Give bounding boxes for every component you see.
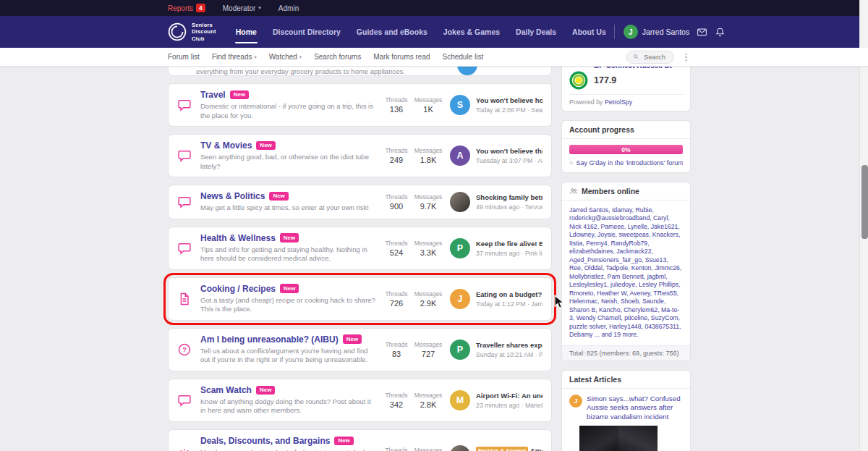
threads-count: 900	[382, 202, 411, 211]
latest-poster-avatar[interactable]: M	[450, 390, 470, 410]
article-thumbnails[interactable]	[579, 426, 683, 451]
forum-description: everything from your everyday grocery pr…	[196, 67, 405, 75]
forum-card-deals-bargains[interactable]: Deals, Discounts, and Bargains New Membe…	[168, 429, 552, 451]
page-scrollbar[interactable]	[859, 0, 868, 451]
messages-count: 3.3K	[414, 248, 443, 257]
widget-title: Latest Articles	[562, 371, 690, 389]
chat-bubble-icon	[177, 195, 192, 209]
forum-card-cooking-recipes[interactable]: Cooking / Recipes New Got a tasty (and c…	[168, 277, 552, 321]
toolbar-forum-list[interactable]: Forum list	[168, 53, 200, 61]
latest-thread-title[interactable]: &me ...	[530, 447, 542, 451]
alerts-bell-icon[interactable]	[715, 27, 726, 38]
threads-label: Threads	[382, 447, 411, 451]
user-menu[interactable]: J Jarred Santos	[624, 25, 689, 39]
forum-card-health-wellness[interactable]: Health & Wellness New Tips and info for …	[168, 227, 552, 270]
forum-title[interactable]: Scam Watch	[200, 385, 252, 395]
latest-thread-title[interactable]: You won't believe this ...	[476, 147, 542, 155]
document-icon	[177, 292, 192, 306]
toolbar-watched[interactable]: Watched▾	[269, 53, 302, 61]
brand-name: Seniors Discount Club	[192, 22, 216, 42]
latest-thread-title[interactable]: Airport Wi-Fi: An unex...	[476, 392, 542, 400]
article-thumbnail-1[interactable]	[579, 426, 618, 451]
nav-daily-deals[interactable]: Daily Deals	[508, 16, 564, 48]
forum-title[interactable]: Cooking / Recipes	[200, 284, 276, 294]
messages-count: 1K	[414, 105, 443, 114]
messages-label: Messages	[414, 147, 443, 154]
forum-card-tv-movies[interactable]: TV & Movies New Seen anything good, bad,…	[168, 134, 552, 177]
messages-envelope-icon[interactable]	[697, 27, 707, 38]
moderator-menu[interactable]: Moderator ▾	[223, 4, 261, 12]
sidebar: BP Connect Russell St 177.9 Powered by P…	[561, 67, 691, 451]
forum-card-travel[interactable]: Travel New Domestic or international - i…	[168, 83, 552, 127]
forum-title[interactable]: Deals, Discounts, and Bargains	[200, 436, 330, 446]
toolbar-find-threads[interactable]: Find threads▾	[212, 53, 257, 61]
messages-count: 2.8K	[414, 400, 443, 409]
latest-poster-avatar-photo[interactable]	[450, 445, 470, 451]
latest-poster-avatar[interactable]: A	[450, 146, 470, 166]
forum-card-scam-watch[interactable]: Scam Watch New Know of anything dodgy do…	[168, 379, 552, 422]
threads-label: Threads	[382, 147, 411, 154]
messages-label: Messages	[414, 290, 443, 298]
toolbar-schedule-list[interactable]: Schedule list	[443, 53, 484, 61]
petrolspy-attribution: Powered by PetrolSpy	[569, 94, 683, 106]
nav-discount-directory[interactable]: Discount Directory	[265, 16, 349, 48]
thread-tag-badge: Fashion & Apparel	[476, 447, 528, 451]
nav-about-us[interactable]: About Us	[564, 16, 614, 48]
introductions-cta-link[interactable]: ○ Say G'day in the 'introductions' forum	[569, 159, 683, 167]
forum-title[interactable]: Travel	[200, 90, 226, 100]
threads-label: Threads	[382, 290, 411, 298]
search-input[interactable]	[642, 52, 668, 62]
latest-poster-avatar-photo[interactable]	[450, 192, 470, 212]
forum-card-partial[interactable]: everything from your everyday grocery pr…	[168, 67, 552, 76]
toolbar-mark-forums-read[interactable]: Mark forums read	[373, 53, 430, 61]
forum-card-news-politics[interactable]: News & Politics New May get a little spi…	[168, 185, 552, 219]
nav-home[interactable]: Home	[228, 16, 265, 48]
latest-thread-title[interactable]: Keep the fire alive! Exp...	[476, 240, 542, 248]
latest-poster-avatar[interactable]: P	[450, 238, 470, 258]
latest-poster-avatar[interactable]: J	[450, 289, 470, 309]
forum-description: Got a tasty (and cheap!) recipe or cooki…	[200, 296, 378, 314]
latest-thread-meta: Today at 2:06 PM · Sea...	[476, 106, 542, 114]
latest-poster-avatar[interactable]: S	[450, 95, 470, 115]
petrolspy-link[interactable]: PetrolSpy	[605, 98, 632, 106]
members-online-list[interactable]: Jarred Santos, Idamay, Rubie, roderickg@…	[569, 206, 683, 340]
messages-label: Messages	[414, 447, 443, 451]
admin-link[interactable]: Admin	[278, 4, 299, 12]
nav-jokes-games[interactable]: Jokes & Games	[435, 16, 508, 48]
petrol-price: 177.9	[594, 75, 616, 85]
threads-count: 249	[382, 156, 411, 164]
threads-count: 726	[382, 299, 411, 308]
nav-guides-ebooks[interactable]: Guides and eBooks	[349, 16, 435, 48]
search-box[interactable]	[626, 51, 674, 64]
brand-logo[interactable]: Seniors Discount Club	[168, 22, 216, 42]
chat-bubble-icon	[177, 241, 192, 256]
article-thumbnail-2[interactable]	[618, 426, 658, 451]
forum-title[interactable]: TV & Movies	[200, 140, 252, 151]
latest-thread-title[interactable]: You won't believe how ...	[476, 96, 542, 104]
latest-poster-avatar[interactable]: P	[450, 340, 470, 360]
moderator-label: Moderator	[223, 4, 256, 12]
scrollbar-thumb[interactable]	[861, 165, 868, 239]
latest-thread-title[interactable]: Shocking family betray...	[476, 193, 542, 201]
petrol-station-name[interactable]: BP Connect Russell St	[594, 67, 683, 69]
user-name: Jarred Santos	[642, 28, 689, 36]
article-author-avatar[interactable]: J	[569, 395, 582, 408]
forum-card-aibu[interactable]: ? Am I being unreasonable? (AIBU) New Te…	[168, 328, 552, 371]
new-badge: New	[269, 192, 288, 201]
forum-title[interactable]: News & Politics	[200, 191, 265, 201]
threads-label: Threads	[382, 240, 411, 247]
latest-thread-title[interactable]: Eating on a budget? Th...	[476, 290, 542, 298]
reports-count-badge: 4	[196, 4, 205, 12]
latest-thread-title[interactable]: Traveller shares experi...	[476, 341, 542, 349]
latest-poster-avatar[interactable]	[457, 67, 477, 75]
new-badge: New	[230, 90, 249, 100]
forum-title[interactable]: Am I being unreasonable? (AIBU)	[200, 334, 339, 345]
primary-navigation: Home Discount Directory Guides and eBook…	[228, 16, 614, 48]
circle-icon: ○	[569, 159, 573, 167]
reports-link[interactable]: Reports 4	[168, 4, 205, 12]
forum-title[interactable]: Health & Wellness	[200, 233, 276, 243]
new-badge: New	[343, 334, 362, 344]
article-title-link[interactable]: Simon says...what? Confused Aussie seeks…	[587, 395, 683, 422]
more-options-icon[interactable]: ⋮	[681, 52, 691, 62]
toolbar-search-forums[interactable]: Search forums	[314, 53, 361, 61]
